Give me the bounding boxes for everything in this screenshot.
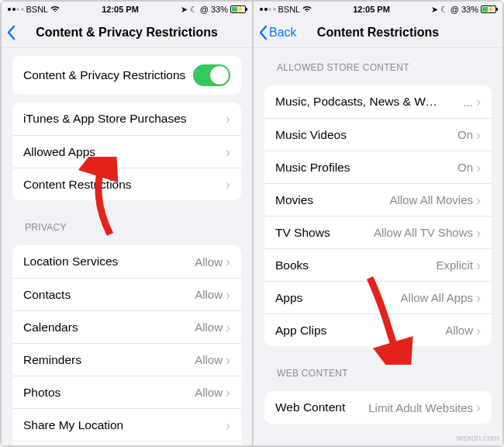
- row-value: Allow: [445, 324, 473, 337]
- chevron-right-icon: ›: [476, 193, 481, 207]
- chevron-right-icon: ›: [226, 255, 230, 269]
- page-title: Content Restrictions: [317, 26, 439, 40]
- chevron-right-icon: ›: [476, 128, 481, 142]
- row-value: Allow All Movies: [389, 193, 473, 206]
- moon-icon: ☾: [440, 5, 448, 15]
- reminders-row[interactable]: Reminders Allow›: [12, 343, 241, 376]
- row-label: Calendars: [23, 321, 78, 334]
- tv-shows-row[interactable]: TV Shows Allow All TV Shows›: [264, 216, 492, 248]
- row-value: Allow: [195, 255, 223, 269]
- battery-percent: 33%: [211, 5, 228, 14]
- row-label: Content & Privacy Restrictions: [23, 68, 185, 82]
- content-restrictions-row[interactable]: Content Restrictions ›: [12, 168, 241, 200]
- row-label: TV Shows: [275, 226, 330, 240]
- row-value: Allow: [195, 353, 223, 366]
- carrier-label: BSNL: [278, 5, 301, 14]
- row-label: iTunes & App Store Purchases: [23, 112, 187, 126]
- chevron-right-icon: ›: [476, 291, 481, 305]
- privacy-section-header: PRIVACY: [2, 208, 252, 237]
- row-value: ...: [463, 95, 473, 109]
- chevron-right-icon: ›: [476, 226, 481, 240]
- row-label: Allowed Apps: [23, 145, 95, 159]
- chevron-right-icon: ›: [476, 324, 481, 338]
- calendars-row[interactable]: Calendars Allow›: [12, 310, 241, 343]
- back-label: Back: [269, 26, 297, 40]
- share-location-row[interactable]: Share My Location ›: [12, 408, 241, 441]
- moon-icon: ☾: [190, 5, 198, 15]
- page-title: Content & Privacy Restrictions: [36, 26, 218, 40]
- chevron-right-icon: ›: [476, 400, 481, 414]
- battery-icon: ⚡: [481, 5, 496, 13]
- battery-icon: ⚡: [230, 5, 246, 13]
- row-value: Explicit: [436, 258, 473, 272]
- row-label: Web Content: [275, 400, 345, 414]
- chevron-right-icon: ›: [226, 353, 230, 367]
- row-label: Reminders: [23, 353, 81, 367]
- row-value: Allow: [195, 288, 223, 301]
- web-content-header: WEB CONTENT: [254, 354, 502, 383]
- time-label: 12:05 PM: [353, 5, 390, 14]
- movies-row[interactable]: Movies Allow All Movies›: [264, 183, 492, 216]
- chevron-right-icon: ›: [476, 95, 481, 109]
- row-label: App Clips: [275, 324, 326, 338]
- back-button[interactable]: Back: [258, 17, 297, 47]
- location-icon: ➤: [431, 5, 438, 15]
- chevron-right-icon: ›: [476, 161, 481, 175]
- chevron-right-icon: ›: [476, 258, 481, 272]
- content-privacy-toggle-row[interactable]: Content & Privacy Restrictions: [12, 56, 241, 95]
- chevron-right-icon: ›: [226, 178, 230, 192]
- cell-signal-icon: [260, 8, 276, 11]
- status-bar: BSNL 12:05 PM ➤ ☾ @ 33% ⚡: [254, 2, 502, 17]
- chevron-right-icon: ›: [226, 112, 230, 126]
- nav-bar: Back Content Restrictions: [254, 17, 502, 48]
- apps-row[interactable]: Apps Allow All Apps›: [264, 281, 492, 314]
- row-value: Allow: [195, 386, 223, 399]
- toggle-switch[interactable]: [193, 64, 230, 86]
- row-value: On: [457, 161, 473, 174]
- row-label: Music Profiles: [275, 161, 350, 175]
- cell-signal-icon: [8, 8, 24, 11]
- chevron-right-icon: ›: [226, 386, 230, 400]
- carrier-label: BSNL: [26, 5, 49, 14]
- allowed-store-header: ALLOWED STORE CONTENT: [254, 48, 502, 78]
- row-label: Books: [275, 258, 309, 272]
- row-value: Limit Adult Websites: [368, 401, 473, 414]
- row-label: Photos: [23, 386, 60, 400]
- wifi-icon: [302, 4, 312, 15]
- row-label: Contacts: [23, 288, 71, 302]
- music-profiles-row[interactable]: Music Profiles On›: [264, 151, 492, 183]
- row-label: Content Restrictions: [23, 178, 132, 192]
- chevron-right-icon: ›: [226, 418, 230, 432]
- row-label: Share My Location: [23, 418, 123, 432]
- row-value: On: [457, 128, 473, 141]
- row-label: Location Services: [23, 255, 118, 269]
- app-clips-row[interactable]: App Clips Allow›: [264, 314, 492, 346]
- row-label: Music Videos: [275, 128, 347, 142]
- location-icon: ➤: [181, 5, 188, 15]
- row-value: Allow All Apps: [401, 291, 473, 304]
- location-services-row[interactable]: Location Services Allow›: [12, 245, 241, 278]
- music-videos-row[interactable]: Music Videos On›: [264, 118, 492, 151]
- watermark: wsxdn.com: [457, 433, 499, 442]
- chevron-right-icon: ›: [226, 288, 230, 302]
- time-label: 12:05 PM: [102, 5, 139, 14]
- itunes-purchases-row[interactable]: iTunes & App Store Purchases ›: [12, 102, 241, 135]
- books-row[interactable]: Books Explicit›: [264, 248, 492, 281]
- row-value: Allow All TV Shows: [374, 226, 473, 239]
- allowed-apps-row[interactable]: Allowed Apps ›: [12, 135, 241, 168]
- bluetooth-sharing-row[interactable]: Bluetooth Sharing Allow›: [12, 441, 241, 445]
- row-label: Movies: [275, 193, 313, 207]
- chevron-right-icon: ›: [226, 321, 230, 334]
- right-phone: BSNL 12:05 PM ➤ ☾ @ 33% ⚡ Back Content R…: [252, 2, 502, 445]
- contacts-row[interactable]: Contacts Allow›: [12, 278, 241, 310]
- back-button[interactable]: [6, 17, 16, 47]
- web-content-row[interactable]: Web Content Limit Adult Websites›: [264, 391, 492, 424]
- row-label: Apps: [275, 291, 302, 305]
- nav-bar: Content & Privacy Restrictions: [2, 17, 252, 48]
- left-phone: BSNL 12:05 PM ➤ ☾ @ 33% ⚡ Content & Priv…: [2, 2, 252, 445]
- photos-row[interactable]: Photos Allow›: [12, 376, 241, 408]
- row-value: Allow: [195, 321, 223, 334]
- music-podcasts-row[interactable]: Music, Podcasts, News & Workouts ...›: [264, 85, 492, 118]
- battery-percent: 33%: [461, 5, 478, 14]
- chevron-right-icon: ›: [226, 145, 230, 159]
